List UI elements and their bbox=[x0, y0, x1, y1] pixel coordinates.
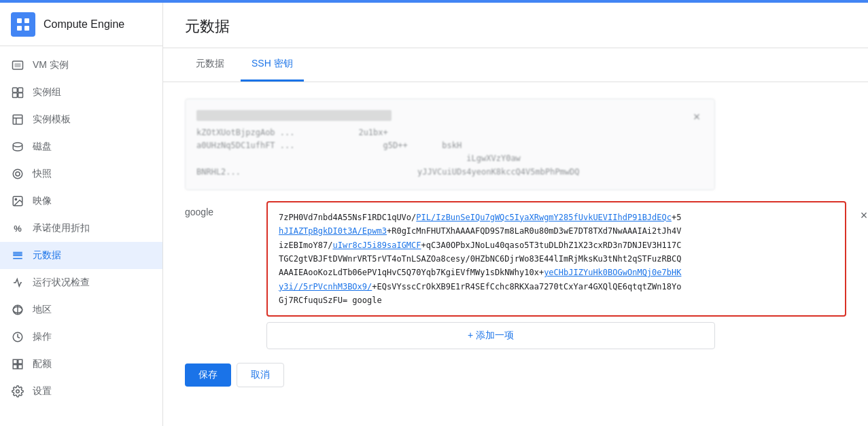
sidebar-item-instance-template[interactable]: 实例模板 bbox=[0, 106, 162, 133]
ssh-key-row: google 7zPH0Vd7nbd4A55NsF1RDC1qUVo/PIL/I… bbox=[185, 201, 846, 317]
sidebar-label-instance-template: 实例模板 bbox=[33, 113, 71, 126]
sidebar-item-quota[interactable]: 配额 bbox=[0, 351, 162, 378]
page-title: 元数据 bbox=[185, 16, 846, 37]
svg-rect-6 bbox=[13, 88, 18, 92]
svg-rect-7 bbox=[18, 88, 23, 92]
sidebar-item-operation[interactable]: 操作 bbox=[0, 323, 162, 351]
sidebar-label-image: 映像 bbox=[33, 195, 52, 207]
sidebar-item-disk[interactable]: 磁盘 bbox=[0, 133, 162, 160]
sidebar-label-instance-group: 实例组 bbox=[33, 86, 61, 99]
ssh-key-link-1[interactable]: PIL/IzBunSeIQu7gWQc5IyaXRwgmY285fUvkUEVI… bbox=[416, 213, 672, 222]
close-active-card-button[interactable]: × bbox=[856, 208, 868, 224]
sidebar-item-instance-group[interactable]: 实例组 bbox=[0, 79, 162, 106]
sidebar-label-quota: 配额 bbox=[33, 358, 52, 370]
sidebar-nav: VM 实例 实例组 实例模板 磁盘 bbox=[0, 46, 162, 426]
sidebar-item-image[interactable]: 映像 bbox=[0, 188, 162, 215]
sidebar-item-settings[interactable]: 设置 bbox=[0, 378, 162, 405]
svg-rect-3 bbox=[24, 26, 29, 31]
sidebar-label-metadata: 元数据 bbox=[33, 249, 61, 262]
settings-icon bbox=[11, 385, 24, 398]
svg-point-17 bbox=[15, 198, 16, 200]
sidebar-title: Compute Engine bbox=[44, 18, 124, 31]
sidebar-label-operation: 操作 bbox=[33, 331, 52, 343]
tab-metadata[interactable]: 元数据 bbox=[185, 48, 235, 82]
sidebar-item-snapshot[interactable]: 快照 bbox=[0, 160, 162, 188]
metadata-icon bbox=[11, 249, 24, 262]
disk-icon bbox=[11, 140, 24, 154]
svg-point-13 bbox=[13, 143, 22, 147]
svg-rect-5 bbox=[15, 63, 21, 67]
instance-template-icon bbox=[11, 113, 24, 126]
ssh-card-bg: kZOtXUotBjpzgAob ... 2u1bx+ a0UHzNq5DC1u… bbox=[185, 99, 715, 190]
ssh-key-link-5[interactable]: y3i//5rPVcnhM3BOx9/ bbox=[279, 282, 372, 291]
tab-ssh-key[interactable]: SSH 密钥 bbox=[241, 48, 304, 82]
quota-icon bbox=[11, 357, 24, 371]
sidebar-item-vm[interactable]: VM 实例 bbox=[0, 52, 162, 79]
sidebar-label-snapshot: 快照 bbox=[33, 168, 52, 180]
app-logo bbox=[11, 12, 35, 37]
page-header: 元数据 bbox=[163, 3, 868, 48]
instance-group-icon bbox=[11, 86, 24, 99]
sidebar-label-vm: VM 实例 bbox=[33, 59, 69, 71]
ssh-key-label: google bbox=[185, 201, 266, 217]
svg-rect-27 bbox=[13, 365, 17, 369]
vm-icon bbox=[11, 58, 24, 72]
svg-rect-2 bbox=[17, 26, 22, 31]
action-row: 保存 取消 bbox=[185, 363, 846, 387]
sidebar-item-region[interactable]: 地区 bbox=[0, 296, 162, 323]
sidebar-header: Compute Engine bbox=[0, 3, 162, 46]
ssh-key-link-3[interactable]: uIwr8cJ5i89saIGMCF bbox=[332, 241, 421, 250]
add-item-button[interactable]: + 添加一项 bbox=[266, 322, 715, 349]
sidebar: Compute Engine VM 实例 实例组 bbox=[0, 3, 163, 426]
sidebar-item-health-check[interactable]: 运行状况检查 bbox=[0, 269, 162, 296]
blurred-header bbox=[196, 110, 392, 121]
main-content: 元数据 元数据 SSH 密钥 kZOtXUotBjpzgAob ... 2u1b… bbox=[163, 3, 868, 426]
close-bg-card-button[interactable]: × bbox=[690, 110, 704, 124]
svg-point-30 bbox=[16, 390, 20, 393]
content-area: kZOtXUotBjpzgAob ... 2u1bx+ a0UHzNq5DC1u… bbox=[163, 82, 868, 404]
cancel-button[interactable]: 取消 bbox=[237, 363, 284, 387]
svg-rect-1 bbox=[24, 18, 29, 23]
snapshot-icon bbox=[11, 167, 24, 181]
svg-point-15 bbox=[16, 172, 20, 176]
sidebar-label-discount: 承诺使用折扣 bbox=[33, 222, 90, 234]
svg-rect-26 bbox=[18, 359, 22, 363]
svg-rect-28 bbox=[18, 365, 22, 369]
svg-point-14 bbox=[13, 169, 22, 179]
svg-rect-25 bbox=[13, 359, 17, 363]
svg-rect-9 bbox=[18, 93, 23, 98]
sidebar-item-discount[interactable]: % 承诺使用折扣 bbox=[0, 215, 162, 242]
sidebar-label-region: 地区 bbox=[33, 304, 52, 316]
svg-rect-0 bbox=[17, 18, 22, 23]
ssh-key-link-2[interactable]: hJIAZTpBgkDI0t3A/Epwm3 bbox=[279, 226, 387, 236]
ssh-key-content: 7zPH0Vd7nbd4A55NsF1RDC1qUVo/PIL/IzBunSeI… bbox=[279, 211, 834, 308]
sidebar-item-metadata[interactable]: 元数据 bbox=[0, 242, 162, 269]
tabs-container: 元数据 SSH 密钥 bbox=[163, 48, 868, 82]
sidebar-label-health-check: 运行状况检查 bbox=[33, 277, 90, 289]
operation-icon bbox=[11, 330, 24, 344]
health-check-icon bbox=[11, 276, 24, 289]
image-icon bbox=[11, 194, 24, 208]
save-button[interactable]: 保存 bbox=[185, 363, 231, 387]
svg-rect-8 bbox=[13, 93, 18, 98]
ssh-key-link-4[interactable]: yeCHbJIZYuHk0BOGwOnMQj0e7bHK bbox=[544, 268, 681, 277]
ssh-key-card: 7zPH0Vd7nbd4A55NsF1RDC1qUVo/PIL/IzBunSeI… bbox=[266, 201, 846, 317]
sidebar-label-settings: 设置 bbox=[33, 385, 52, 397]
bg-key-text: kZOtXUotBjpzgAob ... 2u1bx+ a0UHzNq5DC1u… bbox=[196, 126, 684, 179]
region-icon bbox=[11, 303, 24, 317]
sidebar-label-disk: 磁盘 bbox=[33, 141, 52, 153]
svg-rect-10 bbox=[13, 115, 22, 124]
discount-icon: % bbox=[11, 221, 24, 235]
